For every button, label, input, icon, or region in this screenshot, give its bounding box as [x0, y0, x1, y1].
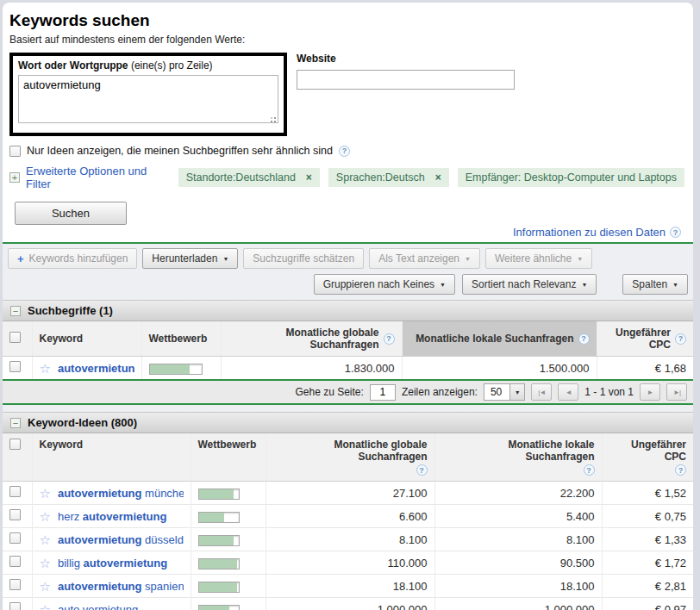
competition-bar — [198, 582, 240, 593]
star-icon[interactable]: ☆ — [40, 557, 51, 569]
similar-ideas-checkbox[interactable] — [9, 146, 21, 157]
prev-page-button[interactable]: ◄ — [558, 383, 578, 401]
global-searches-value: 18.100 — [266, 575, 434, 598]
rows-per-page-value: 50 — [484, 384, 509, 400]
select-all-checkbox[interactable] — [9, 439, 21, 450]
filter-tag-label: Sprachen:Deutsch — [336, 171, 425, 184]
star-icon[interactable]: ☆ — [40, 581, 51, 592]
col-header-keyword[interactable]: Keyword — [32, 433, 191, 482]
global-searches-value: 27.100 — [266, 482, 434, 505]
cpc-value: € 1,68 — [597, 357, 693, 380]
content-panel: Keywords suchen Basiert auf mindestens e… — [3, 3, 693, 610]
keyword-link[interactable]: auto vermietung — [58, 603, 138, 610]
global-searches-value: 6.600 — [266, 505, 434, 528]
goto-page-input[interactable] — [370, 384, 396, 401]
show-as-text-button[interactable]: Als Text anzeigen ▼ — [369, 248, 480, 269]
star-icon[interactable]: ☆ — [40, 534, 51, 545]
col-header-competition[interactable]: Wettbewerb — [141, 321, 221, 357]
help-icon[interactable]: ? — [416, 464, 428, 476]
expand-icon[interactable]: + — [9, 172, 20, 183]
col-header-keyword[interactable]: Keyword — [32, 321, 141, 357]
col-header-local-searches-sorted[interactable]: Monatliche lokale Suchanfragen? — [402, 321, 597, 357]
advanced-options-link[interactable]: Erweiterte Optionen und Filter — [26, 165, 166, 190]
keyword-ideas-table: Keyword Wettbewerb Monatliche globale Su… — [3, 433, 693, 610]
page-title: Keywords suchen — [9, 11, 684, 30]
local-searches-value: 5.400 — [434, 505, 602, 528]
keyword-link[interactable]: autovermietung spanien — [58, 580, 184, 593]
last-page-button[interactable]: ►| — [666, 383, 687, 401]
help-icon[interactable]: ? — [675, 464, 686, 476]
keyword-input-box: Wort oder Wortgruppe (eine(s) pro Zeile)… — [9, 53, 287, 136]
help-icon[interactable]: ? — [584, 464, 595, 476]
download-button[interactable]: Herunterladen ▼ — [142, 248, 238, 269]
keyword-link[interactable]: herz autovermietung — [58, 510, 166, 523]
close-icon[interactable]: × — [306, 171, 312, 184]
keyword-ideas-section-title: Keyword-Ideen (800) — [28, 416, 137, 429]
next-page-button[interactable]: ► — [640, 383, 660, 401]
cpc-value: € 0,97 — [602, 598, 693, 610]
website-input[interactable] — [297, 70, 515, 90]
keyword-link[interactable]: autovermietung — [58, 362, 134, 375]
collapse-icon[interactable]: − — [10, 418, 21, 428]
help-icon[interactable]: ? — [675, 333, 686, 345]
sort-by-button[interactable]: Sortiert nach Relevanz ▼ — [462, 274, 597, 295]
help-icon[interactable]: ? — [339, 146, 350, 157]
search-form-section: Keywords suchen Basiert auf mindestens e… — [3, 3, 693, 242]
data-info-link[interactable]: Informationen zu diesen Daten — [513, 226, 666, 239]
col-header-cpc[interactable]: Ungefährer CPC? — [602, 433, 693, 482]
row-checkbox[interactable] — [9, 486, 21, 497]
group-by-label: Gruppieren nach Keines — [323, 278, 434, 290]
help-icon[interactable]: ? — [384, 333, 395, 345]
estimate-traffic-button[interactable]: Suchzugriffe schätzen — [243, 248, 364, 269]
col-header-global-searches[interactable]: Monatliche globale Suchanfragen? — [266, 433, 434, 482]
local-searches-value: 1.500.000 — [402, 357, 597, 380]
collapse-icon[interactable]: − — [10, 306, 21, 316]
keyword-link[interactable]: autovermietung düsseldorf — [58, 533, 184, 546]
table-row: ☆ autovermietung spanien 18.100 18.100 €… — [3, 575, 693, 598]
close-icon[interactable]: × — [435, 171, 441, 184]
global-searches-value: 110.000 — [266, 551, 434, 575]
keyword-link[interactable]: billig autovermietung — [58, 557, 167, 570]
col-header-cpc[interactable]: Ungefährer CPC? — [597, 321, 693, 357]
star-icon[interactable]: ☆ — [40, 488, 51, 499]
star-icon[interactable]: ☆ — [40, 604, 51, 610]
global-searches-value: 1.000.000 — [266, 598, 434, 610]
search-terms-section-header: − Suchbegriffe (1) — [3, 300, 693, 321]
columns-label: Spalten — [632, 278, 667, 290]
filter-tag-label: Standorte:Deutschland — [186, 171, 296, 184]
search-terms-table: Keyword Wettbewerb Monatliche globale Su… — [3, 321, 693, 379]
group-by-button[interactable]: Gruppieren nach Keines ▼ — [314, 274, 455, 295]
local-searches-value: 90.500 — [434, 551, 602, 575]
row-checkbox[interactable] — [9, 579, 21, 590]
col-header-local-searches[interactable]: Monatliche lokale Suchanfragen? — [434, 433, 602, 482]
col-header-global-searches[interactable]: Monatliche globale Suchanfragen? — [221, 321, 402, 357]
resize-grip-icon[interactable] — [268, 115, 276, 122]
row-checkbox[interactable] — [9, 602, 21, 610]
similar-ideas-label: Nur Ideen anzeigen, die meinen Suchbegri… — [27, 145, 333, 157]
rows-per-page-select[interactable]: 50 ▼ — [484, 383, 525, 401]
columns-button[interactable]: Spalten ▼ — [622, 274, 688, 295]
row-checkbox[interactable] — [9, 532, 21, 544]
search-button[interactable]: Suchen — [15, 202, 127, 225]
row-checkbox[interactable] — [9, 509, 21, 520]
local-searches-value: 1.000.000 — [434, 598, 602, 610]
add-keywords-label: Keywords hinzufügen — [29, 252, 128, 265]
first-page-button[interactable]: |◄ — [531, 383, 552, 401]
chevron-down-icon: ▼ — [222, 256, 228, 262]
cpc-value: € 1,72 — [602, 551, 693, 575]
keyword-link[interactable]: autovermietung münchen — [58, 487, 184, 500]
goto-page-label: Gehe zu Seite: — [295, 386, 363, 398]
row-checkbox[interactable] — [9, 361, 21, 372]
row-checkbox[interactable] — [9, 556, 21, 567]
star-icon[interactable]: ☆ — [40, 363, 51, 374]
pagination-bar: Gehe zu Seite: Zeilen anzeigen: 50 ▼ |◄ … — [3, 381, 693, 403]
help-icon[interactable]: ? — [578, 333, 590, 345]
star-icon[interactable]: ☆ — [40, 511, 51, 522]
help-icon[interactable]: ? — [670, 227, 681, 238]
keyword-textarea[interactable]: autovermietung — [18, 75, 278, 123]
more-like-these-button[interactable]: Weitere ähnliche ▼ — [485, 248, 592, 269]
select-all-checkbox[interactable] — [9, 332, 21, 343]
local-searches-value: 22.200 — [434, 482, 602, 505]
add-keywords-button[interactable]: + Keywords hinzufügen — [8, 248, 137, 269]
col-header-competition[interactable]: Wettbewerb — [191, 433, 266, 482]
